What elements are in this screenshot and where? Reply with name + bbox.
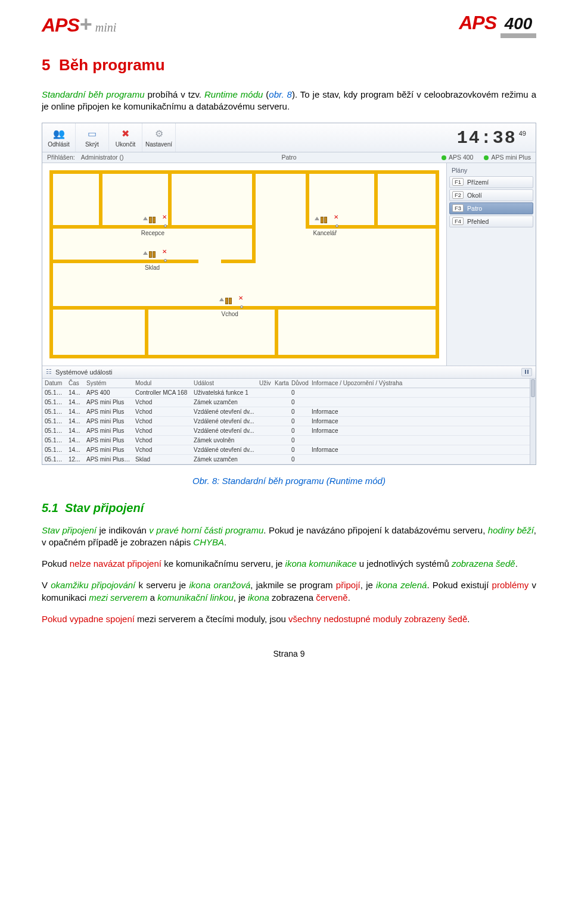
col-karta[interactable]: Karta: [272, 379, 289, 388]
p2-g1: ikona komunikace: [285, 558, 357, 569]
col-modul[interactable]: Modul: [133, 379, 191, 388]
table-row[interactable]: 05.10...14...APS mini PlusVchodVzdálené …: [42, 416, 530, 426]
col-systém[interactable]: Systém: [84, 379, 133, 388]
events-scrollbar[interactable]: [530, 379, 536, 464]
cell-uzv: [257, 388, 272, 397]
table-row[interactable]: 05.10...14...APS mini PlusVchodZámek uza…: [42, 397, 530, 407]
cell-info: [309, 397, 530, 407]
table-row[interactable]: 05.10...14...APS mini PlusVchodVzdálené …: [42, 445, 530, 454]
app-body: ✕ ✕ ✕ ✕ Recepce Kancelář Sklad Vchod Plá…: [42, 163, 536, 366]
app-statusbar: Přihlášen: Administrator () Patro APS 40…: [42, 152, 536, 163]
cell-sys: APS mini Plus (1): [84, 454, 133, 464]
page-footer: Strana 9: [42, 649, 536, 658]
f-key-badge: F4: [452, 217, 464, 225]
cell-evt: Vzdálené otevření dv...: [191, 416, 257, 426]
cell-mod: Controller MCA 168: [133, 388, 191, 397]
cell-datum: 05.10...: [42, 435, 66, 445]
col-datum[interactable]: Datum: [42, 379, 66, 388]
door-recepce[interactable]: ✕: [149, 216, 163, 225]
clock-time: 14:38: [457, 128, 517, 148]
clock-display: 14:38 49: [457, 127, 536, 148]
cell-datum: 05.10...: [42, 454, 66, 464]
door-vchod[interactable]: ✕: [225, 296, 240, 306]
table-row[interactable]: 05.10...14...APS mini PlusVchodVzdálené …: [42, 407, 530, 416]
plan-button-okolí[interactable]: F2Okolí: [449, 189, 533, 201]
cell-uzv: [257, 445, 272, 454]
room-label-recepce: Recepce: [141, 230, 164, 236]
sub-para-4: Pokud vypadne spojení mezi serverem a čt…: [42, 613, 536, 625]
cell-info: Informace: [309, 445, 530, 454]
p3-r2: problémy: [492, 580, 529, 590]
cell-mod: Vchod: [133, 426, 191, 435]
p3-t8: zobrazena: [269, 592, 316, 603]
cell-karta: [272, 426, 289, 435]
col-uživ[interactable]: Uživ: [257, 379, 272, 388]
table-row[interactable]: 05.10...14...APS mini PlusVchodVzdálené …: [42, 426, 530, 435]
plan-button-přízemí[interactable]: F1Přízemí: [449, 176, 533, 188]
side-panel-plans: Plány F1PřízemíF2OkolíF3PatroF4Přehled: [446, 163, 536, 366]
scrollbar-thumb[interactable]: [531, 379, 535, 397]
p1-t1: je indikován: [97, 525, 149, 535]
cell-duvod: 0: [289, 435, 309, 445]
cell-mod: Vchod: [133, 416, 191, 426]
cell-datum: 05.10...: [42, 388, 66, 397]
p3-t3: , je: [360, 580, 376, 590]
window-icon: ▭: [86, 127, 99, 140]
table-row[interactable]: 05.10...12...APS mini Plus (1)SkladZámek…: [42, 454, 530, 464]
exit-button[interactable]: ✖ Ukončit: [109, 123, 142, 152]
p3-t7: , je: [234, 592, 248, 603]
plan-button-přehled[interactable]: F4Přehled: [449, 216, 533, 227]
cell-uzv: [257, 454, 272, 464]
hide-button[interactable]: ▭ Skrýt: [76, 123, 109, 152]
system-2-indicator: APS mini Plus: [484, 154, 531, 161]
table-row[interactable]: 05.10...14...APS 400Controller MCA 168Už…: [42, 388, 530, 397]
floorplan-view[interactable]: ✕ ✕ ✕ ✕ Recepce Kancelář Sklad Vchod: [42, 163, 446, 366]
f-key-badge: F2: [452, 191, 464, 199]
settings-button[interactable]: ⚙ Nastavení: [142, 123, 176, 152]
system-2-name: APS mini Plus: [491, 154, 531, 161]
plan-label: Přízemí: [467, 179, 489, 186]
cell-info: Informace: [309, 416, 530, 426]
events-header: ☷ Systémové události: [42, 366, 536, 379]
f-key-badge: F1: [452, 178, 464, 186]
cell-duvod: 0: [289, 388, 309, 397]
door-sklad[interactable]: ✕: [149, 250, 163, 260]
plan-label: Patro: [467, 205, 482, 212]
section-heading: 5 Běh programu: [42, 56, 536, 74]
cell-karta: [272, 397, 289, 407]
p3-g2: ikona oranžová: [189, 580, 250, 590]
logo-400-num: 400: [505, 14, 533, 33]
subsection-number: 5.1: [42, 501, 58, 514]
col-důvod[interactable]: Důvod: [289, 379, 309, 388]
cell-datum: 05.10...: [42, 397, 66, 407]
plan-label: Okolí: [467, 192, 482, 199]
col-událost[interactable]: Událost: [191, 379, 257, 388]
gear-icon: ⚙: [153, 127, 166, 140]
door-kancelar[interactable]: ✕: [321, 216, 335, 225]
cell-uzv: [257, 416, 272, 426]
events-table: DatumČasSystémModulUdálostUživKartaDůvod…: [42, 379, 530, 464]
settings-label: Nastavení: [145, 141, 172, 148]
p2-t1: Pokud: [42, 558, 70, 569]
plan-button-patro[interactable]: F3Patro: [449, 202, 533, 214]
login-value: Administrator (): [81, 154, 124, 161]
cell-sys: APS mini Plus: [84, 445, 133, 454]
logo-400-block: 400: [500, 14, 536, 38]
system-1-indicator: APS 400: [442, 154, 473, 161]
cell-mod: Vchod: [133, 407, 191, 416]
cell-evt: Vzdálené otevření dv...: [191, 407, 257, 416]
logout-button[interactable]: 👥 Odhlásit: [42, 123, 76, 152]
pause-button[interactable]: [521, 368, 532, 376]
cell-cas: 12...: [66, 454, 84, 464]
col-čas[interactable]: Čas: [66, 379, 84, 388]
table-row[interactable]: 05.10...14...APS mini PlusVchodZámek uvo…: [42, 435, 530, 445]
sub-para-3: V okamžiku připojování k serveru je ikon…: [42, 579, 536, 604]
col-informace / upozornění / výstraha[interactable]: Informace / Upozornění / Výstraha: [309, 379, 530, 388]
cell-sys: APS mini Plus: [84, 416, 133, 426]
section-title: Běh programu: [59, 56, 165, 74]
exit-label: Ukončit: [116, 141, 135, 148]
p2-t2: ke komunikačnímu serveru, je: [161, 558, 285, 569]
cell-info: [309, 388, 530, 397]
cell-evt: Vzdálené otevření dv...: [191, 445, 257, 454]
events-panel: ☷ Systémové události DatumČasSystémModul…: [42, 366, 536, 464]
